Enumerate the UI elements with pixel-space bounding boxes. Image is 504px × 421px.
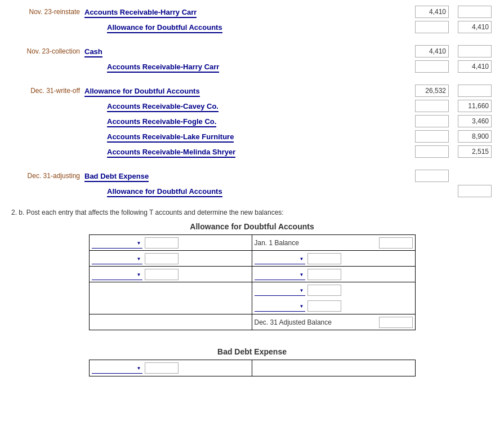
entry-row-writeoff-4: Accounts Receivable-Lake Furniture bbox=[11, 130, 493, 143]
cash-account: Cash bbox=[84, 47, 405, 56]
t-right-side: Jan. 1 Balance bbox=[252, 235, 415, 330]
t-input-r1[interactable] bbox=[379, 237, 413, 249]
t-left-row-3 bbox=[90, 267, 252, 282]
debit-col-a1 bbox=[411, 170, 450, 182]
credit-col-1 bbox=[453, 6, 493, 18]
t-dropdown-l3[interactable] bbox=[92, 269, 142, 280]
dropdown-wrapper-l2[interactable] bbox=[92, 253, 142, 264]
account-name: Accounts Receivable-Harry Carr bbox=[84, 8, 197, 18]
t-account-allowance-section: Allowance for Doubtful Accounts bbox=[11, 222, 493, 330]
date-label-collection: Nov. 23-collection bbox=[11, 47, 84, 55]
t-dropdown-r5[interactable] bbox=[255, 300, 305, 312]
t-right-balance: Dec. 31 Adjusted Balance bbox=[252, 314, 415, 330]
ar-melinda: Accounts Receivable-Melinda Shryer bbox=[84, 148, 405, 156]
entry-row-writeoff-2: Accounts Receivable-Cavey Co. bbox=[11, 100, 493, 112]
t-left-row-1 bbox=[90, 235, 252, 251]
debit-input-reinstate-2[interactable] bbox=[415, 21, 449, 33]
debit-col-1 bbox=[411, 6, 450, 18]
t-bad-right-row-1 bbox=[252, 360, 415, 376]
t-dropdown-r2[interactable] bbox=[255, 253, 305, 264]
debit-col-w4 bbox=[411, 130, 450, 143]
credit-col-r2 bbox=[453, 21, 493, 33]
debit-input-collection-1[interactable] bbox=[415, 45, 449, 57]
entry-row-collection-2: Accounts Receivable-Harry Carr bbox=[11, 60, 493, 73]
t-input-l2[interactable] bbox=[145, 253, 179, 264]
date-label-reinstate: Nov. 23-reinstate bbox=[11, 8, 84, 16]
t-input-bad-l1[interactable] bbox=[145, 362, 179, 374]
t-account-allowance: Jan. 1 Balance bbox=[89, 234, 416, 330]
dec-adjusted-label: Dec. 31 Adjusted Balance bbox=[255, 318, 377, 326]
t-input-r4[interactable] bbox=[307, 285, 341, 296]
entry-row-adjusting-1: Dec. 31-adjusting Bad Debt Expense bbox=[11, 170, 493, 182]
ar-lake: Accounts Receivable-Lake Furniture bbox=[84, 132, 405, 141]
t-right-row-3 bbox=[252, 267, 415, 282]
t-right-row-4 bbox=[252, 282, 415, 298]
entry-row-writeoff-1: Dec. 31-write-off Allowance for Doubtful… bbox=[11, 85, 493, 97]
dropdown-wrapper-l1[interactable] bbox=[92, 237, 142, 249]
credit-col-c1 bbox=[453, 45, 493, 57]
debit-input-adjusting-1[interactable] bbox=[415, 170, 449, 182]
t-input-l3[interactable] bbox=[145, 269, 179, 280]
credit-col-w2 bbox=[453, 100, 493, 112]
dropdown-wrapper-r3[interactable] bbox=[255, 269, 305, 280]
credit-input-collection-1[interactable] bbox=[458, 45, 492, 57]
debit-input-writeoff-5[interactable] bbox=[415, 145, 449, 158]
t-dropdown-l2[interactable] bbox=[92, 253, 142, 264]
t-input-l1[interactable] bbox=[145, 237, 179, 249]
t-dropdown-l1[interactable] bbox=[92, 237, 142, 249]
section2-description: 2. b. Post each entry that affects the f… bbox=[11, 209, 493, 216]
t-dropdown-r4[interactable] bbox=[255, 285, 305, 296]
jan-balance-label: Jan. 1 Balance bbox=[255, 239, 377, 247]
credit-col-w1 bbox=[453, 85, 493, 97]
t-account-allowance-title: Allowance for Doubtful Accounts bbox=[11, 222, 493, 231]
dropdown-wrapper-l3[interactable] bbox=[92, 269, 142, 280]
date-label-adjusting: Dec. 31-adjusting bbox=[11, 172, 84, 180]
dropdown-wrapper-bad-l1[interactable] bbox=[92, 362, 142, 374]
ar-fogle: Accounts Receivable-Fogle Co. bbox=[84, 117, 405, 126]
dropdown-wrapper-r4[interactable] bbox=[255, 285, 305, 296]
credit-col-c2 bbox=[453, 60, 493, 73]
entry-row-reinstate-2: Allowance for Doubtful Accounts bbox=[11, 21, 493, 33]
credit-input-adjusting-2[interactable] bbox=[458, 185, 492, 197]
entry-row-collection-1: Nov. 23-collection Cash bbox=[11, 45, 493, 57]
entry-row-reinstate-1: Nov. 23-reinstate Accounts Receivable-Ha… bbox=[11, 6, 493, 18]
t-left-row-4 bbox=[90, 282, 252, 298]
account-name-cash: Cash bbox=[84, 47, 102, 57]
credit-input-reinstate-2[interactable] bbox=[458, 21, 492, 33]
t-input-r-balance[interactable] bbox=[379, 317, 413, 328]
debit-col-w3 bbox=[411, 115, 450, 127]
debit-input-writeoff-3[interactable] bbox=[415, 115, 449, 127]
debit-input-writeoff-4[interactable] bbox=[415, 130, 449, 143]
credit-input-writeoff-3[interactable] bbox=[458, 115, 492, 127]
debit-input-reinstate-1[interactable] bbox=[415, 6, 449, 18]
account-name-cavey: Accounts Receivable-Cavey Co. bbox=[107, 102, 218, 112]
credit-input-writeoff-4[interactable] bbox=[458, 130, 492, 143]
debit-input-collection-2[interactable] bbox=[415, 60, 449, 73]
debit-input-writeoff-2[interactable] bbox=[415, 100, 449, 112]
entry-row-writeoff-5: Accounts Receivable-Melinda Shryer bbox=[11, 145, 493, 158]
allowance-adjusting: Allowance for Doubtful Accounts bbox=[84, 187, 405, 196]
t-input-r2[interactable] bbox=[307, 253, 341, 264]
t-input-r5[interactable] bbox=[307, 300, 341, 312]
credit-input-writeoff-5[interactable] bbox=[458, 145, 492, 158]
ar-cavey: Accounts Receivable-Cavey Co. bbox=[84, 102, 405, 110]
credit-input-writeoff-1[interactable] bbox=[458, 85, 492, 97]
account-name-melinda: Accounts Receivable-Melinda Shryer bbox=[107, 148, 235, 158]
debit-input-writeoff-1[interactable] bbox=[415, 85, 449, 97]
dropdown-wrapper-r2[interactable] bbox=[255, 253, 305, 264]
t-dropdown-r3[interactable] bbox=[255, 269, 305, 280]
t-dropdown-bad-l1[interactable] bbox=[92, 362, 142, 374]
debit-col-c2 bbox=[411, 60, 450, 73]
credit-col-w3 bbox=[453, 115, 493, 127]
t-input-r3[interactable] bbox=[307, 269, 341, 280]
credit-input-collection-2[interactable] bbox=[458, 60, 492, 73]
t-account-bad-debt-title: Bad Debt Expense bbox=[11, 347, 493, 356]
account-name-bad-debt: Bad Debt Expense bbox=[84, 172, 149, 182]
credit-input-reinstate-1[interactable] bbox=[458, 6, 492, 18]
credit-input-writeoff-2[interactable] bbox=[458, 100, 492, 112]
dropdown-wrapper-r5[interactable] bbox=[255, 300, 305, 312]
account-receivable-harry-carr-1: Accounts Receivable-Harry Carr bbox=[84, 8, 405, 16]
debit-col-c1 bbox=[411, 45, 450, 57]
allowance-doubtful-writeoff: Allowance for Doubtful Accounts bbox=[84, 87, 405, 95]
debit-col-w2 bbox=[411, 100, 450, 112]
